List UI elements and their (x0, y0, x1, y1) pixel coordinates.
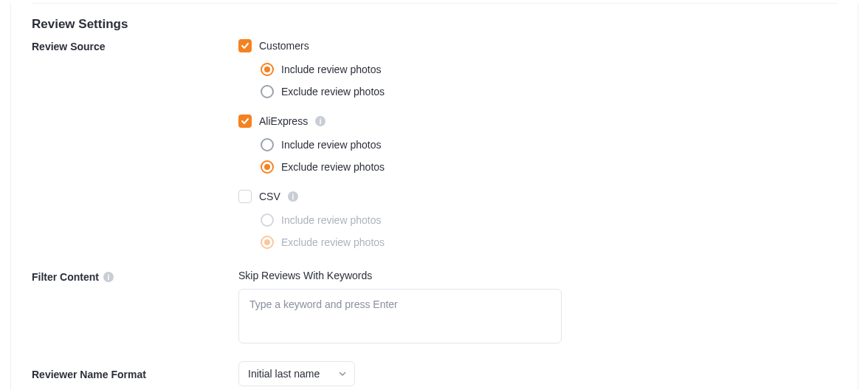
check-icon (241, 117, 249, 126)
select-name-format[interactable]: Initial last name (238, 361, 355, 386)
radio-csv-exclude (261, 236, 274, 249)
label-csv-include: Include review photos (281, 214, 381, 226)
divider-top (32, 3, 837, 4)
radio-aliexpress-include[interactable] (261, 138, 274, 151)
label-review-source: Review Source (32, 39, 238, 52)
info-icon-csv[interactable]: i (288, 191, 298, 202)
csv-radio-group: Include review photos Exclude review pho… (261, 209, 837, 253)
source-customers-row: Customers (238, 39, 837, 52)
radio-customers-exclude[interactable] (261, 85, 274, 98)
label-csv: CSV (259, 191, 280, 202)
label-review-source-text: Review Source (32, 41, 106, 52)
label-name-format: Reviewer Name Format (32, 367, 238, 380)
checkbox-aliexpress[interactable] (238, 114, 252, 128)
filter-content-controls: Skip Reviews With Keywords (238, 270, 837, 346)
checkbox-csv[interactable] (238, 190, 252, 203)
select-name-format-value: Initial last name (248, 368, 320, 380)
label-csv-exclude: Exclude review photos (281, 236, 385, 248)
chevron-down-icon (338, 369, 347, 378)
csv-exclude-row: Exclude review photos (261, 231, 837, 253)
label-aliexpress-exclude: Exclude review photos (281, 161, 385, 173)
row-review-source: Review Source Customers Include review p… (32, 39, 837, 270)
aliexpress-radio-group: Include review photos Exclude review pho… (261, 134, 837, 178)
keyword-input[interactable] (238, 289, 562, 343)
aliexpress-exclude-row: Exclude review photos (261, 156, 837, 178)
aliexpress-include-row: Include review photos (261, 134, 837, 156)
skip-keywords-label: Skip Reviews With Keywords (238, 270, 837, 281)
label-aliexpress: AliExpress (259, 115, 308, 127)
name-format-controls: Initial last name (238, 361, 837, 386)
csv-include-row: Include review photos (261, 209, 837, 231)
checkbox-customers[interactable] (238, 39, 252, 52)
radio-aliexpress-exclude[interactable] (261, 160, 274, 174)
info-icon-aliexpress[interactable]: i (315, 116, 326, 126)
customers-radio-group: Include review photos Exclude review pho… (261, 58, 837, 103)
info-icon-filter[interactable]: i (103, 272, 114, 282)
label-filter-content-text: Filter Content (32, 271, 99, 283)
label-customers-exclude: Exclude review photos (281, 86, 385, 98)
review-source-controls: Customers Include review photos Exclude … (238, 39, 837, 270)
source-aliexpress-row: AliExpress i (238, 114, 837, 128)
customers-exclude-row: Exclude review photos (261, 81, 837, 103)
row-filter-content: Filter Content i Skip Reviews With Keywo… (32, 270, 837, 346)
check-icon (241, 41, 249, 50)
label-aliexpress-include: Include review photos (281, 139, 381, 151)
row-name-format: Reviewer Name Format Initial last name (32, 361, 837, 386)
section-title: Review Settings (32, 17, 837, 32)
source-csv-row: CSV i (238, 190, 837, 203)
customers-include-row: Include review photos (261, 58, 837, 81)
label-customers: Customers (259, 40, 309, 52)
label-customers-include: Include review photos (281, 64, 381, 75)
settings-panel: Review Settings Review Source Customers … (10, 3, 858, 390)
radio-csv-include (261, 213, 274, 227)
label-name-format-text: Reviewer Name Format (32, 369, 146, 380)
label-filter-content: Filter Content i (32, 270, 238, 283)
radio-customers-include[interactable] (261, 63, 274, 76)
